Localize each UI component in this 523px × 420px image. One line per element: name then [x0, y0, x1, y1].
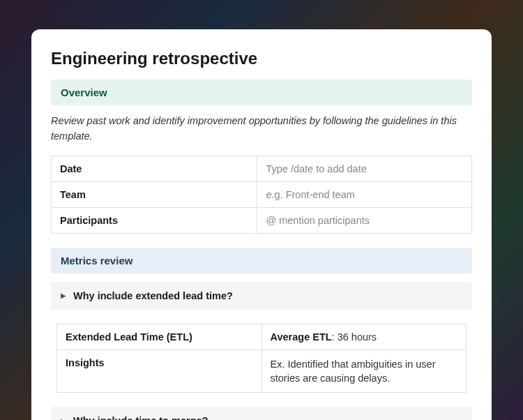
expandable-time-to-merge-label: Why include time to merge?	[73, 415, 208, 420]
triangle-right-icon: ▶	[61, 417, 66, 420]
team-label: Team	[52, 181, 257, 207]
date-value[interactable]: Type /date to add date	[257, 156, 472, 181]
insights-value[interactable]: Ex. Identified that ambiguities in user …	[262, 350, 467, 393]
table-row: Participants @ mention participants	[52, 207, 472, 233]
metrics-section-header: Metrics review	[51, 248, 472, 273]
avg-etl-value: : 36 hours	[332, 331, 377, 343]
expandable-lead-time-label: Why include extended lead time?	[73, 290, 233, 301]
expandable-time-to-merge[interactable]: ▶ Why include time to merge?	[51, 407, 472, 420]
document-container: Engineering retrospective Overview Revie…	[31, 29, 492, 420]
table-row: Team e.g. Front-end team	[52, 181, 472, 207]
participants-value[interactable]: @ mention participants	[257, 207, 472, 233]
overview-description: Review past work and identify improvemen…	[51, 114, 472, 144]
table-row: Insights Ex. Identified that ambiguities…	[57, 350, 467, 393]
overview-info-table: Date Type /date to add date Team e.g. Fr…	[51, 156, 472, 234]
etl-label: Extended Lead Time (ETL)	[57, 324, 262, 350]
participants-label: Participants	[52, 207, 257, 233]
page-title: Engineering retrospective	[51, 49, 472, 68]
insights-label: Insights	[57, 350, 262, 393]
overview-section-header: Overview	[51, 80, 472, 105]
etl-value[interactable]: Average ETL: 36 hours	[262, 324, 467, 350]
team-value[interactable]: e.g. Front-end team	[257, 181, 472, 207]
triangle-right-icon: ▶	[61, 292, 66, 299]
avg-etl-label: Average ETL	[271, 331, 332, 343]
expandable-lead-time[interactable]: ▶ Why include extended lead time?	[51, 282, 472, 310]
date-label: Date	[52, 156, 257, 181]
table-row: Date Type /date to add date	[52, 156, 472, 181]
etl-table: Extended Lead Time (ETL) Average ETL: 36…	[56, 324, 467, 393]
table-row: Extended Lead Time (ETL) Average ETL: 36…	[57, 324, 467, 350]
